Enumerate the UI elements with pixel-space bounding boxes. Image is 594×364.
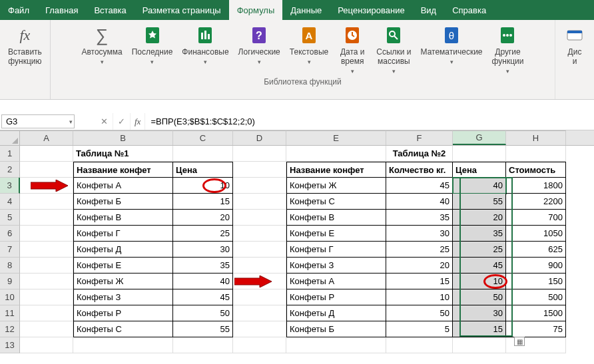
cell[interactable]: Конфеты Б [73,194,173,210]
text-button[interactable]: A Текстовые ▾ [286,23,332,76]
cell[interactable]: 2200 [506,194,566,210]
cell[interactable]: Стоимость [506,162,566,178]
cell[interactable] [20,337,73,353]
cell[interactable] [20,289,73,305]
cell[interactable] [286,146,386,162]
autofill-options-icon[interactable]: ▦ [514,337,525,346]
row-header[interactable]: 5 [0,210,20,226]
cell[interactable] [20,273,73,289]
logical-button[interactable]: ? Логические ▾ [234,23,284,76]
cell[interactable]: 45 [453,258,506,273]
cell[interactable]: 20 [173,210,233,226]
cell[interactable]: 40 [386,194,453,210]
cell[interactable] [233,178,286,194]
confirm-formula-button[interactable]: ✓ [113,113,131,130]
cell[interactable] [453,146,506,162]
datetime-button[interactable]: Дата и время ▾ [334,23,371,76]
autosum-button[interactable]: ∑ Автосумма ▾ [77,23,126,76]
fx-icon[interactable]: fx [131,113,145,130]
cell[interactable]: 75 [506,321,566,337]
cell[interactable]: Конфеты Р [286,289,386,305]
cell[interactable] [20,321,73,337]
cell[interactable] [173,337,233,353]
row-header[interactable]: 11 [0,305,20,321]
row-header[interactable]: 6 [0,226,20,242]
col-header[interactable]: B [73,130,173,145]
col-header[interactable]: E [286,130,386,145]
cell[interactable]: 15 [173,194,233,210]
cell[interactable] [386,337,453,353]
cell[interactable]: 5 [386,321,453,337]
cell[interactable]: 500 [506,289,566,305]
cell[interactable]: Название конфет [73,162,173,178]
cell[interactable]: 25 [386,242,453,258]
cell[interactable] [20,226,73,242]
lookup-button[interactable]: Ссылки и массивы ▾ [372,23,415,76]
tab-view[interactable]: Вид [413,0,445,20]
cell[interactable]: 45 [173,289,233,305]
cell[interactable]: 10 [386,289,453,305]
math-button[interactable]: θ Математические ▾ [417,23,487,76]
row-header[interactable]: 1 [0,146,20,162]
cell[interactable]: 625 [506,242,566,258]
insert-function-button[interactable]: fx Вставить функцию [4,23,46,68]
row-header[interactable]: 2 [0,162,20,178]
row-header[interactable]: 13 [0,337,20,353]
cell[interactable]: 150 [506,273,566,289]
cell[interactable] [453,337,506,353]
cell[interactable] [233,194,286,210]
col-header[interactable]: F [386,130,453,145]
col-header[interactable]: G [453,130,506,145]
cell[interactable] [20,258,73,273]
cell[interactable]: Конфеты С [73,321,173,337]
row-header[interactable]: 3 [0,178,20,194]
cell[interactable] [173,146,233,162]
cell[interactable]: Конфеты В [286,210,386,226]
cell[interactable] [20,146,73,162]
row-header[interactable]: 9 [0,273,20,289]
col-header[interactable]: C [173,130,233,145]
cell[interactable]: Конфеты В [73,210,173,226]
formula-input[interactable] [145,113,594,130]
cell[interactable]: 20 [386,258,453,273]
row-header[interactable]: 8 [0,258,20,273]
cell[interactable]: Таблица №1 [73,146,173,162]
cell[interactable]: Конфеты Д [286,305,386,321]
cell[interactable] [233,146,286,162]
cell[interactable]: Конфеты Р [73,305,173,321]
tab-formulas[interactable]: Формулы [229,0,283,20]
active-cell[interactable]: 40 [453,178,506,194]
cell[interactable] [233,210,286,226]
cell[interactable]: 15 [386,273,453,289]
tab-home[interactable]: Главная [37,0,86,20]
cell[interactable]: 15 [453,321,506,337]
row-header[interactable]: 4 [0,194,20,210]
tab-data[interactable]: Данные [282,0,330,20]
cell[interactable]: 50 [453,289,506,305]
row-header[interactable]: 7 [0,242,20,258]
cell[interactable]: 1050 [506,226,566,242]
cell[interactable]: 20 [453,210,506,226]
name-manager-button[interactable]: Дис и [559,23,590,68]
cell[interactable]: Цена [173,162,233,178]
cell[interactable] [20,194,73,210]
cell[interactable]: 35 [453,226,506,242]
financial-button[interactable]: Финансовые ▾ [178,23,232,76]
select-all-corner[interactable] [0,130,20,145]
cell[interactable]: Таблица №2 [386,146,453,162]
cell[interactable]: Колчество кг. [386,162,453,178]
tab-insert[interactable]: Вставка [86,0,134,20]
cell[interactable] [506,146,566,162]
cell[interactable]: 1800 [506,178,566,194]
tab-file[interactable]: Файл [0,0,37,20]
cell[interactable] [233,321,286,337]
recent-button[interactable]: Последние ▾ [128,23,177,76]
cell[interactable]: 55 [453,194,506,210]
cell[interactable] [233,289,286,305]
cell[interactable] [20,162,73,178]
cell[interactable]: 30 [386,226,453,242]
cell[interactable] [286,337,386,353]
cell[interactable] [20,210,73,226]
cell[interactable]: 25 [173,226,233,242]
name-box[interactable]: G3 ▾ [1,114,75,128]
